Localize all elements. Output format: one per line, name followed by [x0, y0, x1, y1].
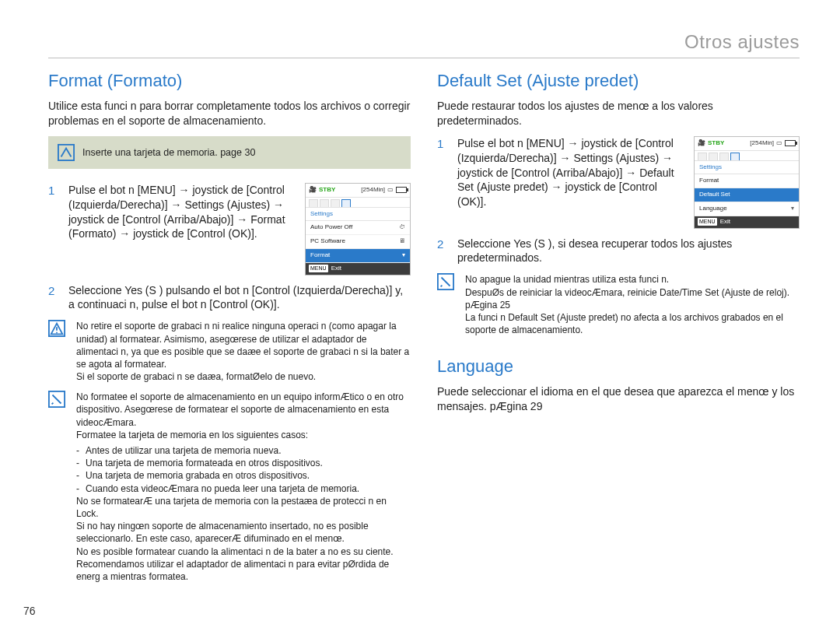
- lcd-row-selected: Format▾: [306, 249, 410, 263]
- lcd-screen-defaultset: 🎥 STBY [254Min] ▭: [694, 136, 800, 229]
- menu-badge: MENU: [309, 265, 328, 272]
- language-intro: Puede seleccionar el idioma en el que de…: [437, 384, 800, 414]
- format-bullet: Cuando esta videocÆmara no pueda leer un…: [76, 482, 411, 495]
- format-note-p1: No formatee el soporte de almacenamiento…: [76, 391, 411, 429]
- insert-card-note: Inserte una tarjeta de memoria. page 30: [48, 136, 411, 169]
- format-bullet: Una tarjeta de memoria formateada en otr…: [76, 457, 411, 469]
- clock-icon: ⏱: [399, 223, 405, 232]
- defaultset-step-1: Pulse el bot n [MENU] → joystick de [Con…: [457, 136, 684, 209]
- lcd-row: PC Software🖥: [306, 235, 410, 249]
- lcd-tab: [309, 199, 318, 207]
- lcd-tab: [719, 153, 729, 160]
- lcd-tab: [331, 199, 340, 207]
- page-number: 76: [23, 605, 36, 617]
- lcd-tab: [709, 153, 718, 160]
- battery-icon: [396, 187, 407, 193]
- stby-label: STBY: [319, 186, 335, 195]
- format-note-p2: Formatee la tarjeta de memoria en los si…: [76, 429, 411, 441]
- right-column: Default Set (Ajuste predet) Puede restau…: [437, 71, 800, 583]
- time-remaining: [254Min]: [750, 139, 774, 148]
- time-remaining: [254Min]: [361, 186, 385, 195]
- svg-point-3: [56, 332, 58, 334]
- pc-icon: 🖥: [399, 237, 405, 246]
- lcd-row: Auto Power Off⏱: [306, 221, 410, 235]
- lcd-tab: [320, 199, 329, 207]
- defaultset-intro: Puede restaurar todos los ajustes de men…: [437, 99, 800, 128]
- defaultset-step-2: Seleccione Yes (S ), si desea recuperar …: [457, 237, 800, 266]
- menu-badge: MENU: [698, 218, 717, 225]
- warning-icon: [48, 320, 65, 337]
- format-step-2: Seleccione Yes (S ) pulsando el bot n [C…: [68, 283, 411, 313]
- format-note-p3: No se formatearÆ una tarjeta de memoria …: [76, 495, 411, 520]
- note-icon: [437, 273, 454, 290]
- card-icon: ▭: [776, 139, 782, 148]
- defaultset-note-p1: No apague la unidad mientras utiliza est…: [465, 273, 800, 286]
- lcd-row-selected: Default Set: [695, 188, 799, 202]
- rec-icon: 🎥: [698, 139, 705, 148]
- lcd-tab-active: [341, 199, 351, 207]
- defaultset-heading: Default Set (Ajuste predet): [437, 71, 800, 91]
- card-icon: ▭: [387, 186, 394, 195]
- format-note-p5: No es posible formatear cuando la alimen…: [76, 546, 411, 584]
- breadcrumb: Otros ajustes: [48, 31, 800, 58]
- format-bullet: Antes de utilizar una tarjeta de memoria…: [76, 444, 411, 457]
- lcd-tab-active: [730, 153, 740, 160]
- lcd-row: Language▾: [695, 202, 799, 216]
- language-heading: Language: [437, 356, 800, 377]
- lcd-menu-heading: Settings: [695, 161, 799, 175]
- format-warning-1: No retire el soporte de grabaci n ni rea…: [76, 320, 411, 370]
- lcd-tab: [698, 153, 707, 160]
- lcd-menu-heading: Settings: [306, 208, 410, 222]
- chevron-down-icon: ▾: [791, 205, 794, 213]
- stby-label: STBY: [708, 139, 724, 148]
- lcd-row: Format: [695, 174, 799, 188]
- left-column: Format (Formato) Utilice esta funci n pa…: [48, 71, 411, 583]
- insert-card-note-text: Inserte una tarjeta de memoria. page 30: [82, 147, 255, 158]
- defaultset-note-p3: La funci n Default Set (Ajuste predet) n…: [465, 311, 800, 336]
- format-intro: Utilice esta funci n para borrar complet…: [48, 99, 411, 128]
- note-icon: [58, 144, 75, 161]
- format-bullet: Una tarjeta de memoria grabada en otros …: [76, 469, 411, 482]
- lcd-screen-format: 🎥 STBY [254Min] ▭: [305, 183, 411, 275]
- battery-icon: [785, 140, 796, 146]
- defaultset-note-p2: DespuØs de reiniciar la videocÆmara, rei…: [465, 286, 800, 311]
- exit-label: Exit: [331, 265, 341, 273]
- format-note-p4: Si no hay ningœn soporte de almacenamien…: [76, 520, 411, 545]
- format-heading: Format (Formato): [48, 71, 411, 91]
- format-step-1: Pulse el bot n [MENU] → joystick de [Con…: [68, 183, 296, 242]
- note-icon: [48, 391, 65, 408]
- rec-icon: 🎥: [309, 186, 317, 195]
- chevron-down-icon: ▾: [402, 251, 405, 260]
- exit-label: Exit: [720, 218, 730, 226]
- format-warning-1b: Si el soporte de grabaci n se daæa, form…: [76, 370, 411, 383]
